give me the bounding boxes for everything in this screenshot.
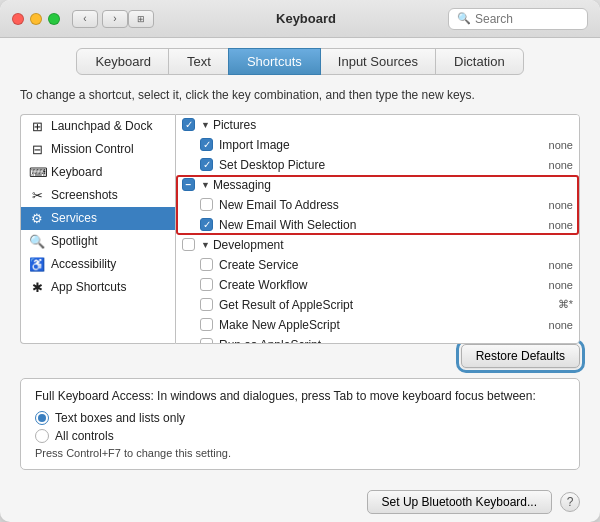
- shortcut-create-workflow[interactable]: Create Workflow none: [176, 275, 579, 295]
- accessibility-icon: ♿: [29, 257, 45, 272]
- radio-text-boxes[interactable]: Text boxes and lists only: [35, 411, 565, 425]
- group-label: Messaging: [213, 178, 271, 192]
- run-applescript-checkbox[interactable]: [200, 338, 213, 344]
- keyboard-hint: Press Control+F7 to change this setting.: [35, 447, 565, 459]
- search-box[interactable]: 🔍: [448, 8, 588, 30]
- group-pictures[interactable]: ✓ ▼ Pictures: [176, 115, 579, 135]
- shortcut-run-applescript[interactable]: Run as AppleScript none: [176, 335, 579, 344]
- sidebar-item-launchpad[interactable]: ⊞ Launchpad & Dock: [21, 115, 175, 138]
- forward-button[interactable]: ›: [102, 10, 128, 28]
- messaging-checkbox[interactable]: −: [182, 178, 195, 191]
- sidebar-item-label: Launchpad & Dock: [51, 119, 152, 133]
- sidebar-item-services[interactable]: ⚙ Services: [21, 207, 175, 230]
- restore-btn-row: Restore Defaults: [20, 344, 580, 368]
- text-boxes-label: Text boxes and lists only: [55, 411, 185, 425]
- keyboard-preferences-window: ‹ › ⊞ Keyboard 🔍 Keyboard Text Shortcuts…: [0, 0, 600, 522]
- mission-control-icon: ⊟: [29, 142, 45, 157]
- window-title: Keyboard: [164, 11, 448, 26]
- minimize-button[interactable]: [30, 13, 42, 25]
- sidebar-item-screenshots[interactable]: ✂ Screenshots: [21, 184, 175, 207]
- text-boxes-radio[interactable]: [35, 411, 49, 425]
- sidebar-item-label: Screenshots: [51, 188, 118, 202]
- spotlight-icon: 🔍: [29, 234, 45, 249]
- email-selection-checkbox[interactable]: ✓: [200, 218, 213, 231]
- shortcut-create-service[interactable]: Create Service none: [176, 255, 579, 275]
- sidebar-item-mission-control[interactable]: ⊟ Mission Control: [21, 138, 175, 161]
- create-service-checkbox[interactable]: [200, 258, 213, 271]
- app-shortcuts-icon: ✱: [29, 280, 45, 295]
- shortcut-set-desktop[interactable]: ✓ Set Desktop Picture none: [176, 155, 579, 175]
- footer: Set Up Bluetooth Keyboard... ?: [0, 482, 600, 522]
- shortcut-new-email[interactable]: New Email To Address none: [176, 195, 579, 215]
- triangle-icon: ▼: [201, 240, 210, 250]
- sidebar-item-label: Spotlight: [51, 234, 98, 248]
- sidebar-item-accessibility[interactable]: ♿ Accessibility: [21, 253, 175, 276]
- group-messaging[interactable]: − ▼ Messaging: [176, 175, 579, 195]
- sidebar-item-label: Accessibility: [51, 257, 116, 271]
- radio-dot: [38, 414, 46, 422]
- sidebar-item-label: App Shortcuts: [51, 280, 126, 294]
- tabs-bar: Keyboard Text Shortcuts Input Sources Di…: [0, 38, 600, 75]
- get-applescript-checkbox[interactable]: [200, 298, 213, 311]
- shortcut-get-applescript[interactable]: Get Result of AppleScript ⌘*: [176, 295, 579, 315]
- titlebar: ‹ › ⊞ Keyboard 🔍: [0, 0, 600, 38]
- search-icon: 🔍: [457, 12, 471, 25]
- development-checkbox[interactable]: [182, 238, 195, 251]
- keyboard-access-section: Full Keyboard Access: In windows and dia…: [20, 378, 580, 470]
- sidebar-item-label: Services: [51, 211, 97, 225]
- group-label: Pictures: [213, 118, 256, 132]
- triangle-icon: ▼: [201, 120, 210, 130]
- content-area: To change a shortcut, select it, click t…: [0, 75, 600, 482]
- sidebar-item-app-shortcuts[interactable]: ✱ App Shortcuts: [21, 276, 175, 299]
- make-applescript-checkbox[interactable]: [200, 318, 213, 331]
- search-input[interactable]: [475, 12, 579, 26]
- tab-text[interactable]: Text: [168, 48, 230, 75]
- sidebar-item-keyboard[interactable]: ⌨ Keyboard: [21, 161, 175, 184]
- shortcuts-panel: ✓ ▼ Pictures ✓ Import Image none ✓ Set D…: [175, 114, 580, 344]
- bluetooth-keyboard-button[interactable]: Set Up Bluetooth Keyboard...: [367, 490, 552, 514]
- sidebar: ⊞ Launchpad & Dock ⊟ Mission Control ⌨ K…: [20, 114, 175, 344]
- create-workflow-checkbox[interactable]: [200, 278, 213, 291]
- services-icon: ⚙: [29, 211, 45, 226]
- close-button[interactable]: [12, 13, 24, 25]
- launchpad-icon: ⊞: [29, 119, 45, 134]
- import-image-checkbox[interactable]: ✓: [200, 138, 213, 151]
- tab-keyboard[interactable]: Keyboard: [76, 48, 170, 75]
- group-development[interactable]: ▼ Development: [176, 235, 579, 255]
- traffic-lights: [12, 13, 60, 25]
- nav-buttons: ‹ ›: [72, 10, 128, 28]
- pictures-checkbox[interactable]: ✓: [182, 118, 195, 131]
- back-button[interactable]: ‹: [72, 10, 98, 28]
- keyboard-icon: ⌨: [29, 165, 45, 180]
- triangle-icon: ▼: [201, 180, 210, 190]
- all-controls-radio[interactable]: [35, 429, 49, 443]
- sidebar-item-spotlight[interactable]: 🔍 Spotlight: [21, 230, 175, 253]
- new-email-checkbox[interactable]: [200, 198, 213, 211]
- shortcut-import-image[interactable]: ✓ Import Image none: [176, 135, 579, 155]
- help-button[interactable]: ?: [560, 492, 580, 512]
- sidebar-item-label: Keyboard: [51, 165, 102, 179]
- hint-text: To change a shortcut, select it, click t…: [20, 87, 580, 104]
- tab-input-sources[interactable]: Input Sources: [319, 48, 437, 75]
- grid-button[interactable]: ⊞: [128, 10, 154, 28]
- screenshots-icon: ✂: [29, 188, 45, 203]
- maximize-button[interactable]: [48, 13, 60, 25]
- restore-defaults-button[interactable]: Restore Defaults: [461, 344, 580, 368]
- group-label: Development: [213, 238, 284, 252]
- radio-all-controls[interactable]: All controls: [35, 429, 565, 443]
- sidebar-item-label: Mission Control: [51, 142, 134, 156]
- shortcut-make-applescript[interactable]: Make New AppleScript none: [176, 315, 579, 335]
- keyboard-access-title: Full Keyboard Access: In windows and dia…: [35, 389, 565, 403]
- tab-shortcuts[interactable]: Shortcuts: [228, 48, 321, 75]
- all-controls-label: All controls: [55, 429, 114, 443]
- set-desktop-checkbox[interactable]: ✓: [200, 158, 213, 171]
- tab-dictation[interactable]: Dictation: [435, 48, 524, 75]
- main-panel: ⊞ Launchpad & Dock ⊟ Mission Control ⌨ K…: [20, 114, 580, 344]
- shortcut-email-selection[interactable]: ✓ New Email With Selection none: [176, 215, 579, 235]
